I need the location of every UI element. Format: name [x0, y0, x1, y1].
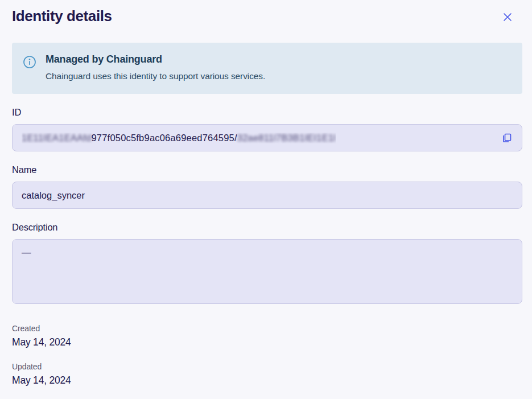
description-textarea[interactable]: — — [12, 239, 522, 304]
close-button[interactable] — [500, 9, 515, 25]
identity-details-panel: Identity details Managed by Chainguard C… — [0, 0, 532, 386]
id-value-visible: 977f050c5fb9ac06a69eed764595/ — [91, 133, 237, 143]
created-label: Created — [12, 324, 522, 333]
description-label: Description — [12, 222, 522, 233]
page-title: Identity details — [12, 8, 112, 24]
copy-id-button[interactable] — [497, 129, 516, 147]
id-value-redacted-right: 32ae811l7B3B1IEI1E1l — [237, 133, 336, 143]
updated-value: May 14, 2024 — [12, 375, 522, 386]
created-block: Created May 14, 2024 — [12, 324, 522, 348]
managed-by-banner: Managed by Chainguard Chainguard uses th… — [12, 43, 522, 94]
id-field[interactable]: 1E11IEA1EAAfd977f050c5fb9ac06a69eed76459… — [12, 124, 522, 151]
id-value-redacted-left: 1E11IEA1EAAfd — [22, 133, 91, 143]
panel-header: Identity details — [12, 8, 522, 25]
id-value: 1E11IEA1EAAfd977f050c5fb9ac06a69eed76459… — [22, 133, 336, 143]
updated-label: Updated — [12, 362, 522, 371]
banner-body: Chainguard uses this identity to support… — [46, 71, 265, 81]
id-label: ID — [12, 107, 522, 118]
banner-content: Managed by Chainguard Chainguard uses th… — [46, 54, 265, 81]
copy-icon — [500, 138, 514, 147]
close-icon — [502, 16, 513, 24]
updated-block: Updated May 14, 2024 — [12, 362, 522, 386]
banner-title: Managed by Chainguard — [46, 54, 265, 65]
name-input[interactable] — [12, 182, 522, 209]
created-value: May 14, 2024 — [12, 336, 522, 348]
info-icon — [23, 55, 36, 81]
name-label: Name — [12, 164, 522, 175]
